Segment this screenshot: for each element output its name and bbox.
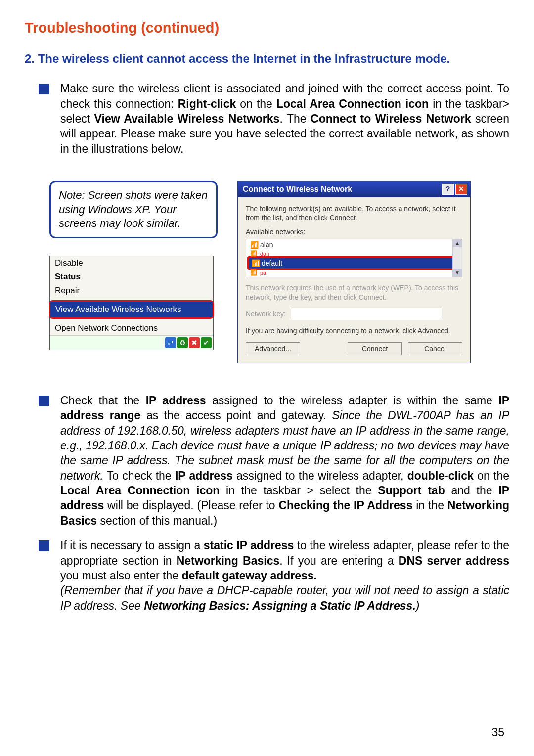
context-menu-item-status[interactable]: Status xyxy=(50,270,213,284)
bold: Support tab xyxy=(378,484,445,497)
bold: Local Area Connection icon xyxy=(60,484,220,497)
network-name: dan xyxy=(260,251,269,257)
text: in the taskbar > select the xyxy=(220,484,378,497)
text: will be displayed. (Please refer to xyxy=(104,499,278,512)
bullet-1-text: Make sure the wireless client is associa… xyxy=(60,81,509,156)
bold: default gateway address. xyxy=(181,569,317,582)
text: Check that the xyxy=(60,394,146,407)
highlight-callout: View Available Wireless Networks xyxy=(49,300,214,319)
manual-page: Troubleshooting (continued) 2. The wirel… xyxy=(0,0,534,756)
bullet-3-text: If it is necessary to assign a static IP… xyxy=(60,538,509,613)
note-box: Note: Screen shots were taken using Wind… xyxy=(49,181,218,238)
antenna-icon: 📶 xyxy=(250,269,255,276)
text: on the xyxy=(474,469,509,482)
text: . If you are entering a xyxy=(279,554,399,567)
text: . The xyxy=(279,112,311,125)
bold: IP address xyxy=(146,394,206,407)
text: and the xyxy=(445,484,499,497)
bullet-square-icon xyxy=(39,396,49,406)
network-name: pa xyxy=(260,270,266,276)
tray-icon[interactable]: ✖ xyxy=(189,337,200,348)
bold: IP address xyxy=(175,469,233,482)
dialog-title-text: Connect to Wireless Network xyxy=(243,185,352,194)
dialog-intro: The following network(s) are available. … xyxy=(246,204,462,222)
system-tray: ⇄ ♻ ✖ ✔ xyxy=(50,335,213,350)
network-item-pa[interactable]: 📶pa xyxy=(246,269,462,276)
context-menu: Disable Status Repair View Available Wir… xyxy=(49,256,214,350)
separator xyxy=(50,320,213,320)
dialog-titlebar: Connect to Wireless Network ? ✕ xyxy=(238,181,470,197)
text: you must also enter the xyxy=(60,569,181,582)
cancel-button[interactable]: Cancel xyxy=(408,342,462,355)
context-menu-item-repair[interactable]: Repair xyxy=(50,284,213,298)
network-item-default-selected[interactable]: 📶default xyxy=(247,256,461,270)
bullet-2-text: Check that the IP address assigned to th… xyxy=(60,393,509,528)
text: assigned to the wireless adapter, xyxy=(233,469,407,482)
text: If it is necessary to assign a xyxy=(60,539,204,552)
connect-button[interactable]: Connect xyxy=(348,342,402,355)
connect-wireless-dialog: Connect to Wireless Network ? ✕ The foll… xyxy=(237,181,471,363)
tray-icon[interactable]: ✔ xyxy=(201,337,212,348)
network-name: alan xyxy=(260,241,273,249)
network-key-input[interactable] xyxy=(291,308,442,320)
bullet-square-icon xyxy=(39,84,49,94)
network-item-alan[interactable]: 📶alan xyxy=(246,239,462,250)
advanced-button[interactable]: Advanced... xyxy=(246,342,300,355)
bold: Checking the IP Address xyxy=(278,499,412,512)
left-column: Note: Screen shots were taken using Wind… xyxy=(49,181,218,350)
available-networks-label: Available networks: xyxy=(246,228,462,236)
network-key-row: Network key: xyxy=(246,308,462,320)
network-name: default xyxy=(262,259,282,267)
context-menu-item-open-connections[interactable]: Open Network Connections xyxy=(50,321,213,335)
italic-bold: Networking Basics: Assigning a Static IP… xyxy=(144,599,416,612)
page-title: Troubleshooting (continued) xyxy=(25,20,509,36)
antenna-icon: 📶 xyxy=(250,250,255,257)
separator xyxy=(50,299,213,299)
scroll-up-icon[interactable]: ▲ xyxy=(453,239,462,247)
text: section of this manual.) xyxy=(97,514,217,527)
network-listbox[interactable]: 📶alan 📶dan 📶default 📶pa ▲ ▼ xyxy=(246,239,462,277)
bold: Connect to Wireless Network xyxy=(311,112,471,125)
scroll-down-icon[interactable]: ▼ xyxy=(453,269,462,277)
text: as the access point and gateway. xyxy=(140,409,332,422)
context-menu-item-view-networks[interactable]: View Available Wireless Networks xyxy=(50,302,213,317)
bold: Local Area Connection icon xyxy=(276,97,429,110)
bold: View Available Wireless Networks xyxy=(94,112,280,125)
text: in the xyxy=(412,499,447,512)
bullet-2: Check that the IP address assigned to th… xyxy=(25,393,509,528)
text: assigned to the wireless adapter is with… xyxy=(206,394,499,407)
bold: double-click xyxy=(407,469,474,482)
bullet-3: If it is necessary to assign a static IP… xyxy=(25,538,509,613)
section-heading: 2. The wireless client cannot access the… xyxy=(25,51,509,66)
network-key-label: Network key: xyxy=(246,310,286,317)
wep-requirement-text: This network requires the use of a netwo… xyxy=(246,283,462,301)
antenna-icon: 📶 xyxy=(250,241,255,249)
bold: Networking Basics xyxy=(177,554,280,567)
text: on the xyxy=(236,97,276,110)
tray-icon[interactable]: ♻ xyxy=(177,337,188,348)
network-tray-icon[interactable]: ⇄ xyxy=(165,337,176,348)
italic: ) xyxy=(416,599,420,612)
bullet-square-icon xyxy=(39,540,49,551)
figure-row: Note: Screen shots were taken using Wind… xyxy=(49,181,509,363)
antenna-icon: 📶 xyxy=(252,259,257,267)
text: To check the xyxy=(103,469,175,482)
help-button[interactable]: ? xyxy=(442,184,454,195)
dialog-button-row: Advanced... Connect Cancel xyxy=(246,342,462,355)
close-button[interactable]: ✕ xyxy=(455,184,467,195)
bold: DNS server address xyxy=(399,554,509,567)
dialog-body: The following network(s) are available. … xyxy=(238,197,470,363)
page-number: 35 xyxy=(491,726,504,739)
bold: static IP address xyxy=(204,539,294,552)
advanced-hint: If you are having difficulty connecting … xyxy=(246,326,462,335)
scrollbar[interactable]: ▲ ▼ xyxy=(452,239,462,277)
bullet-1: Make sure the wireless client is associa… xyxy=(25,81,509,156)
bold: Right-click xyxy=(178,97,236,110)
context-menu-item-disable[interactable]: Disable xyxy=(50,256,213,270)
